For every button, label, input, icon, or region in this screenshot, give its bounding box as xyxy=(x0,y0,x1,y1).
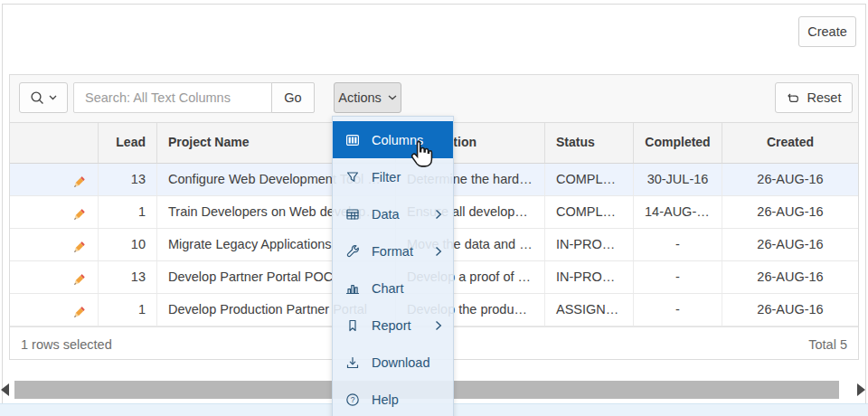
edit-pencil-icon[interactable] xyxy=(71,236,87,252)
cell-created: 26-AUG-16 xyxy=(722,261,858,293)
cell-lead: 13 xyxy=(99,164,157,195)
menu-item-label: Format xyxy=(372,244,413,259)
chart-icon xyxy=(345,281,360,296)
cell-created: 26-AUG-16 xyxy=(722,229,858,260)
menu-item-label: Filter xyxy=(372,170,401,184)
menu-item-filter[interactable]: Filter xyxy=(333,158,453,195)
svg-text:?: ? xyxy=(351,395,355,404)
column-header-completed[interactable]: Completed xyxy=(634,123,722,163)
cell-status: COMPLETED xyxy=(545,164,634,195)
menu-item-label: Download xyxy=(372,355,430,370)
scroll-left-arrow[interactable] xyxy=(1,383,9,396)
cell-lead: 1 xyxy=(99,196,157,228)
cell-completed: - xyxy=(634,294,722,326)
help-icon: ? xyxy=(345,392,360,407)
format-icon xyxy=(345,244,360,259)
cell-created: 26-AUG-16 xyxy=(722,164,858,195)
search-icon xyxy=(30,90,45,106)
menu-item-download[interactable]: Download xyxy=(333,344,453,381)
search-options-button[interactable] xyxy=(19,82,68,113)
cell-completed: 14-AUG-16 xyxy=(634,196,722,228)
chevron-right-icon xyxy=(435,246,442,257)
menu-item-columns[interactable]: Columns xyxy=(333,121,453,158)
menu-item-label: Chart xyxy=(372,281,403,296)
search-input[interactable] xyxy=(73,82,272,113)
cell-completed: - xyxy=(634,229,722,260)
actions-button-label: Actions xyxy=(338,90,382,105)
column-header-created[interactable]: Created xyxy=(722,123,858,163)
cell-created: 26-AUG-16 xyxy=(722,294,858,326)
cell-edit[interactable] xyxy=(10,164,99,195)
rows-selected-label: 1 rows selected xyxy=(21,337,112,352)
filter-icon xyxy=(345,170,360,184)
menu-item-label: Report xyxy=(372,318,411,333)
cell-status: IN-PROGRE... xyxy=(545,261,634,293)
reset-icon xyxy=(787,90,801,105)
reset-button-label: Reset xyxy=(807,90,842,105)
cell-status: COMPLETED xyxy=(545,196,634,228)
cell-completed: 30-JUL-16 xyxy=(634,164,722,195)
column-header-status[interactable]: Status xyxy=(545,123,634,163)
edit-pencil-icon[interactable] xyxy=(71,269,87,285)
cell-edit[interactable] xyxy=(10,261,99,293)
data-icon xyxy=(345,207,360,222)
report-icon xyxy=(345,318,360,333)
columns-icon xyxy=(345,133,360,147)
scroll-right-arrow[interactable] xyxy=(857,383,865,396)
download-icon xyxy=(345,355,360,370)
menu-item-format[interactable]: Format xyxy=(333,232,453,269)
edit-pencil-icon[interactable] xyxy=(71,203,87,220)
menu-item-report[interactable]: Report xyxy=(333,307,453,344)
chevron-right-icon xyxy=(435,320,442,331)
column-header-lead[interactable]: Lead xyxy=(99,123,157,163)
cell-created: 26-AUG-16 xyxy=(722,196,858,228)
create-button[interactable]: Create xyxy=(798,16,856,47)
cell-lead: 1 xyxy=(99,294,157,326)
chevron-down-icon xyxy=(49,95,57,100)
go-button[interactable]: Go xyxy=(271,82,315,113)
chevron-down-icon xyxy=(388,95,397,100)
cell-status: ASSIGNED xyxy=(545,294,634,326)
menu-item-chart[interactable]: Chart xyxy=(333,269,453,307)
cell-lead: 13 xyxy=(99,261,157,293)
menu-item-label: Columns xyxy=(372,133,423,147)
menu-item-help[interactable]: ?Help xyxy=(333,381,453,416)
menu-item-data[interactable]: Data xyxy=(333,195,453,232)
cell-edit[interactable] xyxy=(10,196,99,228)
edit-pencil-icon[interactable] xyxy=(71,171,87,187)
total-rows-label: Total 5 xyxy=(808,337,847,352)
chevron-right-icon xyxy=(435,209,442,220)
cell-completed: - xyxy=(634,261,722,293)
actions-menu-button[interactable]: Actions xyxy=(334,82,401,113)
cell-lead: 10 xyxy=(99,229,157,260)
menu-item-label: Data xyxy=(372,207,400,222)
cell-edit[interactable] xyxy=(10,294,99,326)
actions-dropdown-menu: ColumnsFilterDataFormatChartReportDownlo… xyxy=(332,116,454,416)
cell-status: IN-PROGRE... xyxy=(545,229,634,260)
reset-button[interactable]: Reset xyxy=(775,82,853,113)
cell-edit[interactable] xyxy=(10,229,99,260)
menu-item-label: Help xyxy=(372,392,399,407)
column-header-edit[interactable] xyxy=(10,123,99,163)
edit-pencil-icon[interactable] xyxy=(71,301,87,317)
